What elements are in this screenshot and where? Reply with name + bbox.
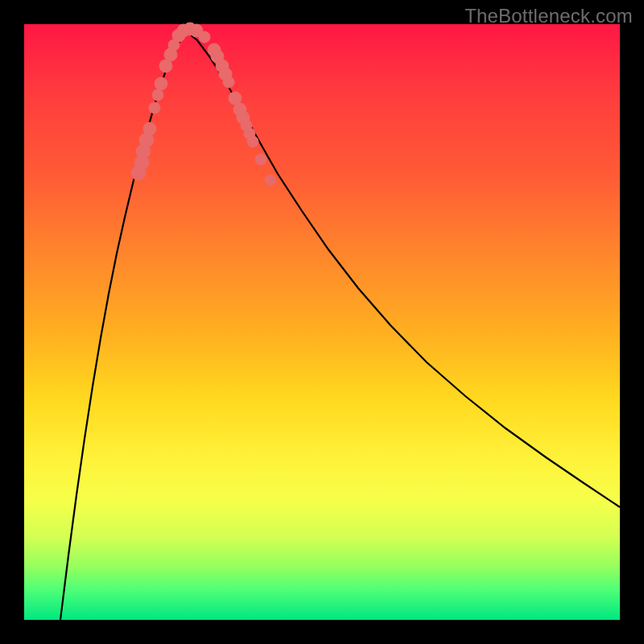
- scatter-dot: [247, 136, 258, 147]
- scatter-dots: [131, 23, 276, 186]
- curves-svg: [24, 24, 620, 620]
- scatter-dot: [223, 76, 234, 88]
- left-curve: [60, 31, 185, 620]
- scatter-dot: [265, 175, 276, 186]
- scatter-dot: [152, 89, 163, 101]
- scatter-dot: [143, 122, 156, 135]
- scatter-dot: [255, 154, 266, 165]
- scatter-dot: [149, 102, 160, 114]
- plot-area: [24, 24, 620, 620]
- right-curve: [185, 31, 620, 507]
- chart-frame: TheBottleneck.com: [0, 0, 644, 644]
- scatter-dot: [155, 77, 167, 90]
- scatter-dot: [199, 31, 210, 43]
